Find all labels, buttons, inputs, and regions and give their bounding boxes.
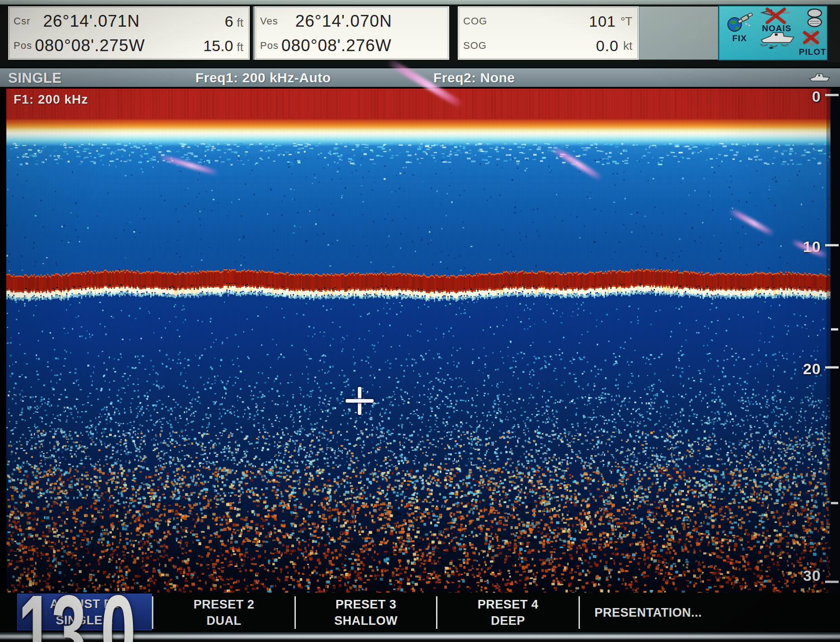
softkey-preset-4[interactable]: PRESET 4 DEEP [437, 593, 579, 632]
cursor-range-value: 15.0 [203, 37, 233, 55]
softkey-sublabel: SHALLOW [334, 614, 398, 628]
autopilot-off-group[interactable]: PILOT [799, 30, 826, 56]
freq1-label: Freq1: 200 kHz-Auto [195, 70, 331, 86]
depth-label-20: 20 [803, 360, 821, 378]
depth-label-10: 10 [803, 238, 821, 256]
softkey-sublabel: DUAL [207, 614, 242, 628]
softkey-label: PRESENTATION... [594, 606, 702, 619]
freq2-label: Freq2: None [433, 70, 515, 86]
depth-label-0: 0 [812, 88, 821, 105]
vessel-pos-label: Pos [260, 40, 279, 52]
vessel-position-panel: Ves 26°14'.070N Pos 080°08'.276W [255, 6, 449, 60]
depth-tick-20 [825, 366, 839, 369]
cog-value: 101 [589, 13, 616, 30]
sog-value: 0.0 [596, 37, 619, 55]
own-vessel-icon[interactable] [754, 29, 800, 52]
depth-tick-15 [831, 328, 838, 331]
cog-sog-panel: COG 101 °T SOG 0.0 kt [458, 6, 639, 60]
nav-bar-filler [639, 6, 718, 60]
sonar-echogram[interactable] [6, 89, 840, 593]
depth-value: 13.0 [18, 592, 134, 642]
softkey-presentation[interactable]: PRESENTATION... [580, 593, 717, 632]
cursor-depth-unit: ft [237, 16, 243, 30]
cursor-label: Csr [14, 15, 30, 27]
crosshair-horizontal [346, 399, 374, 403]
depth-tick-10 [825, 244, 839, 247]
nav-bar-right-edge [828, 5, 840, 62]
cursor-longitude: 080°08'.275W [35, 36, 145, 55]
cursor-crosshair[interactable] [344, 385, 375, 417]
display-mode-label: SINGLE [8, 70, 62, 86]
depth-label-30: 30 [803, 567, 821, 585]
depth-tick-0 [825, 94, 839, 96]
sonar-area: F1: 200 kHz 0 10 20 30 13.0 ft [0, 89, 840, 593]
sog-unit: kt [623, 39, 632, 53]
softkey-preset-3[interactable]: PRESET 3 SHALLOW [296, 593, 436, 632]
gps-fix-icon [726, 13, 754, 33]
ais-red-x [764, 6, 788, 24]
cursor-latitude: 26°14'.071N [43, 12, 140, 31]
vessel-longitude: 080°08'.276W [281, 36, 392, 55]
cog-label: COG [463, 15, 487, 27]
depth-tick-25 [831, 502, 838, 504]
cursor-position-panel: Csr 26°14'.071N 6 ft Pos 080°08'.275W 15… [8, 6, 250, 60]
bar-separator [0, 62, 840, 67]
boat-icon [755, 29, 798, 50]
frequency-status-bar: SINGLE Freq1: 200 kHz-Auto Freq2: None [0, 67, 840, 89]
pilot-red-x [802, 29, 821, 45]
fix-icon-label: FIX [723, 34, 756, 42]
cursor-range-unit: ft [237, 40, 243, 54]
sog-label: SOG [463, 40, 487, 52]
vessel-label: Ves [260, 15, 278, 27]
gps-fix-group[interactable]: FIX [723, 13, 756, 42]
softkey-label: PRESET 4 [478, 598, 539, 611]
channel-label: F1: 200 kHz [14, 92, 88, 107]
softkey-sublabel: DEEP [491, 614, 525, 628]
pages-icon[interactable] [805, 8, 824, 30]
status-icon-panel[interactable]: FIX NOAIS [718, 5, 828, 61]
fishfinder-screen: Csr 26°14'.071N 6 ft Pos 080°08'.275W 15… [0, 0, 840, 642]
cog-unit: °T [621, 14, 632, 29]
depth-readout: 13.0 ft [18, 592, 212, 642]
boat-status-icon [808, 71, 831, 83]
pilot-icon-label: PILOT [799, 48, 826, 56]
nav-data-bar: Csr 26°14'.071N 6 ft Pos 080°08'.275W 15… [0, 5, 840, 62]
pages-stack-icon [806, 8, 823, 28]
menu-filler [717, 593, 840, 632]
softkey-label: PRESET 3 [336, 598, 397, 611]
cursor-depth-value: 6 [225, 13, 233, 30]
vessel-latitude: 26°14'.070N [295, 12, 392, 31]
cursor-pos-label: Pos [14, 40, 32, 52]
top-bezel [0, 0, 840, 5]
depth-tick-30 [825, 581, 839, 583]
